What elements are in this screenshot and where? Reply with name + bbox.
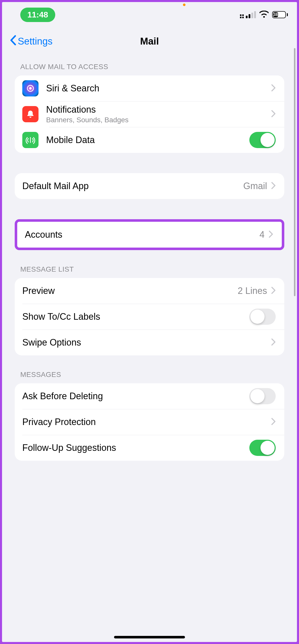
row-label: Show To/Cc Labels <box>22 311 249 322</box>
row-label: Ask Before Deleting <box>22 391 249 401</box>
status-bar: 11:48 38 <box>2 2 297 27</box>
chevron-right-icon <box>271 287 276 295</box>
device-frame: 11:48 38 Settings <box>1 1 298 643</box>
row-label: Siri & Search <box>46 83 271 94</box>
nav-bar: Settings Mail <box>2 27 297 55</box>
battery-icon: 38 <box>272 11 288 18</box>
row-swipe-options[interactable]: Swipe Options <box>15 330 284 355</box>
row-default-mail-app[interactable]: Default Mail App Gmail <box>15 173 284 199</box>
row-label: Default Mail App <box>22 181 243 191</box>
chevron-left-icon <box>10 35 17 48</box>
section-header-access: ALLOW MAIL TO ACCESS <box>20 63 284 71</box>
battery-pct: 38 <box>273 12 278 17</box>
mobile-data-toggle[interactable] <box>249 132 276 148</box>
row-followup-suggestions: Follow-Up Suggestions <box>15 435 284 461</box>
recording-indicator-dot <box>183 4 185 6</box>
group-access: Siri & Search Notifications Banners, Sou… <box>15 75 284 153</box>
row-subtitle: Banners, Sounds, Badges <box>46 116 271 124</box>
chevron-right-icon <box>271 182 276 190</box>
svg-point-1 <box>29 87 32 90</box>
row-preview[interactable]: Preview 2 Lines <box>15 278 284 304</box>
chevron-right-icon <box>271 110 276 118</box>
siri-icon <box>22 80 39 96</box>
back-label: Settings <box>18 36 52 47</box>
row-value: 4 <box>259 229 265 240</box>
row-value: 2 Lines <box>238 286 267 296</box>
row-value: Gmail <box>243 181 267 191</box>
row-accounts[interactable]: Accounts 4 <box>17 222 282 248</box>
row-label: Preview <box>22 286 238 296</box>
group-message-list: Preview 2 Lines Show To/Cc Labels Swipe … <box>15 278 284 355</box>
back-button[interactable]: Settings <box>10 35 52 48</box>
row-label: Swipe Options <box>22 337 271 348</box>
row-label: Follow-Up Suggestions <box>22 442 249 453</box>
ask-before-deleting-toggle[interactable] <box>249 388 276 404</box>
row-siri-search[interactable]: Siri & Search <box>15 75 284 101</box>
row-label: Accounts <box>25 229 259 240</box>
chevron-right-icon <box>269 230 273 239</box>
group-accounts: Accounts 4 <box>15 219 284 250</box>
row-privacy-protection[interactable]: Privacy Protection <box>15 409 284 435</box>
settings-scroll[interactable]: ALLOW MAIL TO ACCESS Siri & Search Notif… <box>2 55 297 642</box>
followup-toggle[interactable] <box>249 440 276 456</box>
section-header-messages: MESSAGES <box>20 371 284 379</box>
scrollbar[interactable] <box>294 48 295 296</box>
show-to-cc-toggle[interactable] <box>249 309 276 325</box>
row-notifications[interactable]: Notifications Banners, Sounds, Badges <box>15 101 284 127</box>
section-header-message-list: MESSAGE LIST <box>20 265 284 273</box>
row-label: Privacy Protection <box>22 417 271 427</box>
status-time-pill[interactable]: 11:48 <box>20 8 55 22</box>
group-messages: Ask Before Deleting Privacy Protection F… <box>15 383 284 461</box>
row-label: Notifications <box>46 104 271 115</box>
bell-icon <box>22 106 39 122</box>
chevron-right-icon <box>271 418 276 426</box>
chevron-right-icon <box>271 338 276 347</box>
row-label: Mobile Data <box>46 135 249 145</box>
chevron-right-icon <box>271 84 276 93</box>
row-ask-before-deleting: Ask Before Deleting <box>15 383 284 409</box>
status-icons: 38 <box>240 11 288 19</box>
row-mobile-data: Mobile Data <box>15 127 284 153</box>
group-default-app: Default Mail App Gmail <box>15 173 284 199</box>
antenna-icon <box>22 132 39 148</box>
cellular-signal-icon <box>240 11 256 18</box>
home-indicator[interactable] <box>114 636 185 638</box>
row-show-to-cc: Show To/Cc Labels <box>15 304 284 330</box>
wifi-icon <box>259 11 269 19</box>
